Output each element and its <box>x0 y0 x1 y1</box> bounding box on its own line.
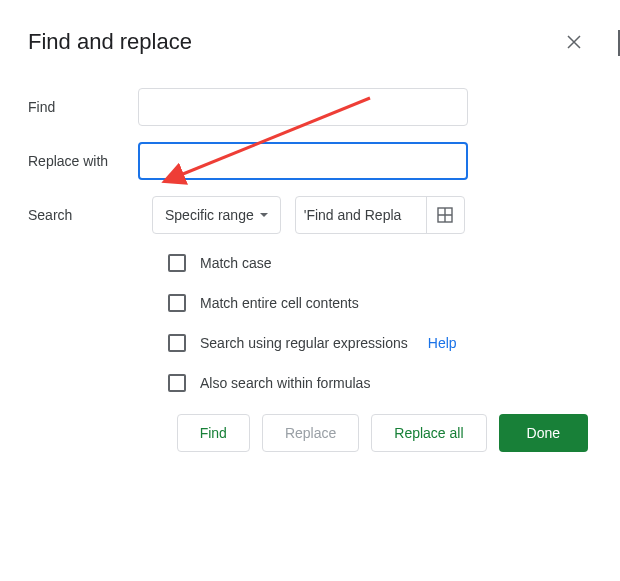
range-input-group: 'Find and Repla <box>295 196 465 234</box>
range-input[interactable]: 'Find and Repla <box>296 207 426 223</box>
match-case-checkbox[interactable] <box>168 254 186 272</box>
button-row: Find Replace Replace all Done <box>28 414 592 452</box>
replace-button[interactable]: Replace <box>262 414 359 452</box>
replace-row: Replace with <box>28 142 592 180</box>
dialog-title: Find and replace <box>28 29 192 55</box>
grid-icon <box>437 207 453 223</box>
checkbox-label: Match entire cell contents <box>200 295 359 311</box>
find-row: Find <box>28 88 592 126</box>
checkbox-label: Search using regular expressions <box>200 335 408 351</box>
regex-checkbox[interactable] <box>168 334 186 352</box>
help-link[interactable]: Help <box>428 335 457 351</box>
replace-label: Replace with <box>28 153 138 169</box>
done-button[interactable]: Done <box>499 414 588 452</box>
search-scope-dropdown[interactable]: Specific range <box>152 196 281 234</box>
dropdown-label: Specific range <box>165 207 254 223</box>
checkbox-label: Also search within formulas <box>200 375 370 391</box>
find-label: Find <box>28 99 138 115</box>
replace-input[interactable] <box>138 142 468 180</box>
match-entire-checkbox[interactable] <box>168 294 186 312</box>
select-range-button[interactable] <box>426 197 464 233</box>
dialog-header: Find and replace <box>28 24 592 60</box>
formulas-checkbox[interactable] <box>168 374 186 392</box>
options-group: Match case Match entire cell contents Se… <box>168 254 592 392</box>
checkbox-label: Match case <box>200 255 272 271</box>
match-case-option: Match case <box>168 254 592 272</box>
match-entire-option: Match entire cell contents <box>168 294 592 312</box>
find-input[interactable] <box>138 88 468 126</box>
regex-option: Search using regular expressions Help <box>168 334 592 352</box>
close-icon <box>567 35 581 49</box>
search-row: Search Specific range 'Find and Repla <box>28 196 592 234</box>
close-button[interactable] <box>556 24 592 60</box>
find-replace-dialog: Find and replace Find Replace with Searc… <box>0 0 620 476</box>
formulas-option: Also search within formulas <box>168 374 592 392</box>
find-button[interactable]: Find <box>177 414 250 452</box>
replace-all-button[interactable]: Replace all <box>371 414 486 452</box>
chevron-down-icon <box>260 213 268 217</box>
search-label: Search <box>28 207 138 223</box>
